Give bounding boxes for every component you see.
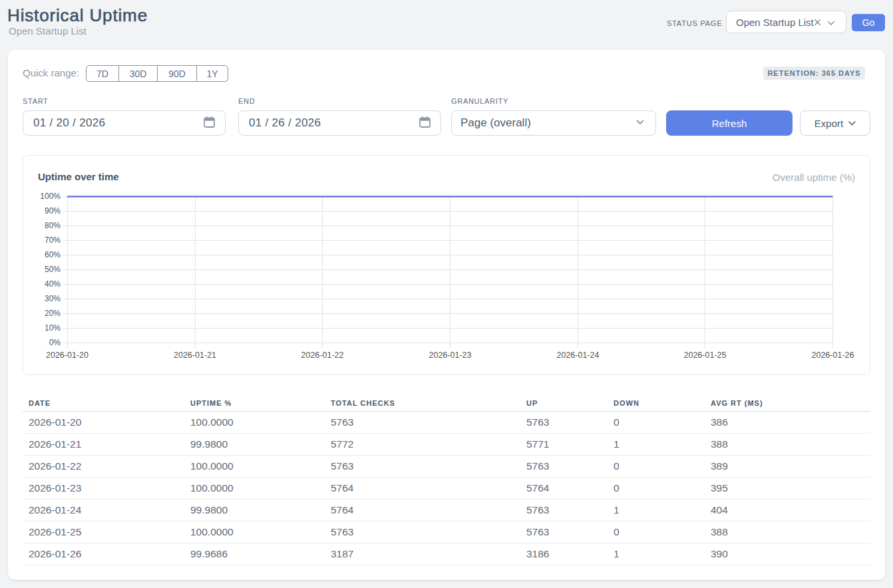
svg-text:50%: 50% bbox=[45, 265, 61, 274]
svg-text:20%: 20% bbox=[45, 309, 61, 318]
svg-text:30%: 30% bbox=[45, 294, 61, 303]
svg-text:2026-01-25: 2026-01-25 bbox=[684, 351, 727, 360]
svg-text:2026-01-24: 2026-01-24 bbox=[557, 351, 600, 360]
svg-text:90%: 90% bbox=[45, 206, 61, 216]
svg-text:2026-01-23: 2026-01-23 bbox=[429, 351, 472, 360]
svg-text:2026-01-22: 2026-01-22 bbox=[301, 351, 344, 360]
svg-text:10%: 10% bbox=[45, 323, 61, 333]
svg-text:40%: 40% bbox=[45, 279, 61, 289]
svg-text:100%: 100% bbox=[40, 192, 61, 201]
svg-text:2026-01-21: 2026-01-21 bbox=[174, 351, 216, 360]
svg-text:80%: 80% bbox=[45, 221, 61, 230]
svg-text:70%: 70% bbox=[45, 235, 61, 245]
svg-text:0%: 0% bbox=[49, 338, 61, 347]
svg-text:2026-01-20: 2026-01-20 bbox=[46, 351, 89, 360]
svg-text:60%: 60% bbox=[45, 250, 61, 259]
svg-text:2026-01-26: 2026-01-26 bbox=[812, 351, 854, 360]
